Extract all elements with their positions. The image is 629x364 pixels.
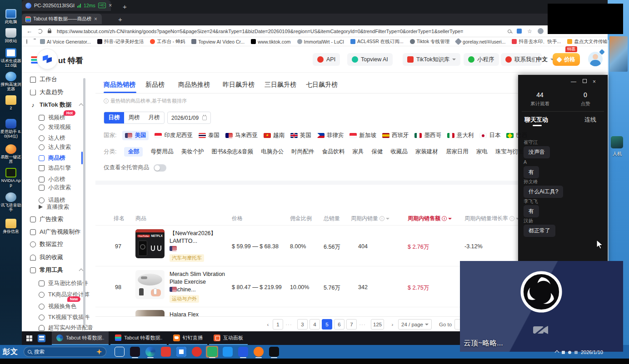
desktop-icon-nvidia-app[interactable]: NVIDIA App [0, 168, 22, 188]
nav-miniapp-button[interactable]: 小程序 [464, 53, 499, 66]
desktop-icon-sogou-browser[interactable]: 搜狗高速浏览器 [0, 72, 22, 92]
category-item[interactable]: 家具 [352, 148, 364, 156]
page-6[interactable]: 6 [334, 319, 344, 330]
new-session-icon[interactable]: + [123, 3, 127, 10]
tab-new-products[interactable]: 新品榜 [145, 81, 165, 89]
nav-api-button[interactable]: API [313, 53, 340, 66]
browser-tab[interactable]: Tabcut 特看数据——商品榜 × [22, 14, 102, 24]
date-picker[interactable]: 2026/01/09 [167, 112, 211, 124]
sidebar-item-creator-rank[interactable]: 达人榜 [39, 134, 65, 142]
country-it[interactable]: 意大利 [447, 132, 474, 139]
category-item[interactable]: 保健 [371, 148, 383, 156]
user-avatar[interactable] [588, 52, 603, 66]
tray-date[interactable]: 2026/1/10 [581, 349, 603, 355]
wps-app-icon[interactable] [161, 347, 171, 357]
bookmark-item[interactable]: ImmortalWrt - LuCI [297, 39, 344, 44]
period-weekly[interactable]: 周榜 [124, 112, 144, 123]
close-session-icon[interactable]: × [109, 3, 112, 8]
desktop-icon-aisi-assistant[interactable]: 爱思助手 8.0(64位) [0, 119, 22, 139]
nav-topview-button[interactable]: Topview AI [347, 53, 393, 66]
start-button[interactable] [26, 335, 32, 341]
tab-hot-sales[interactable]: 商品热销榜 [104, 81, 135, 89]
bookmark-item[interactable]: ACL4SSR 在线订阅... [350, 39, 404, 45]
tabcut-app-icon[interactable] [238, 347, 248, 357]
country-my[interactable]: 马来西亚 [225, 132, 258, 139]
sidebar-item-shop-search[interactable]: 小店搜索 [39, 183, 71, 192]
country-us[interactable]: 美国 [122, 131, 149, 140]
country-mx[interactable]: 墨西哥 [414, 132, 441, 139]
country-jp[interactable]: 日本 [479, 132, 500, 139]
side-panel-icon[interactable] [26, 39, 27, 44]
minimize-icon[interactable]: — [571, 79, 576, 84]
period-daily[interactable]: 日榜 [104, 112, 124, 123]
sidebar-item-product-rank[interactable]: 商品榜 [39, 154, 65, 162]
page-4[interactable]: 4 [310, 319, 320, 330]
url-text[interactable]: https://www.tabcut.com/zh-CN/ranking/goo… [57, 29, 502, 34]
desktop-icon-this-pc[interactable]: 此电脑 [0, 9, 22, 24]
sidebar-item-creator-search[interactable]: 达人搜索 [39, 143, 71, 151]
desktop-icon-identity-folder[interactable]: 身份信息 [0, 219, 22, 234]
tab-hot-promoted[interactable]: 商品热推榜 [178, 81, 210, 89]
category-item[interactable]: 图书&杂志&音频 [211, 148, 253, 156]
refresh-icon[interactable] [38, 29, 42, 34]
blue-app-icon[interactable] [223, 347, 233, 357]
logo-text[interactable]: ut 特看 [58, 55, 83, 66]
category-item[interactable]: 食品饮料 [322, 148, 344, 156]
category-item[interactable]: 母婴用品 [150, 148, 173, 156]
prev-page-icon[interactable]: ‹ [263, 319, 273, 330]
ime-icon[interactable] [574, 351, 578, 354]
find-icon[interactable] [508, 30, 511, 33]
maximize-icon[interactable] [583, 79, 587, 83]
country-id[interactable]: 印度尼西亚 [155, 132, 193, 139]
tab-chat[interactable]: 聊天互动 [524, 116, 548, 124]
category-all[interactable]: 全部 [124, 147, 143, 157]
sidebar-group-common-tools[interactable]: 常用工具 [30, 266, 83, 274]
taskbar-dingtalk-live[interactable]: 钉钉直播 [169, 331, 207, 345]
new-tab-icon[interactable]: + [118, 16, 122, 23]
sidebar-item-discover-video[interactable]: 发现视频 [39, 123, 71, 131]
product-title[interactable]: 【NewYear2026】LAMTTO... [170, 230, 233, 245]
volume-icon[interactable] [568, 351, 571, 354]
category-item[interactable]: 时尚配件 [291, 148, 314, 156]
desktop-icon-yishu-restore[interactable]: 易数一键还原 [0, 144, 22, 164]
product-image[interactable] [135, 270, 165, 299]
tab-yesterday-rising[interactable]: 昨日飙升榜 [223, 81, 255, 89]
sidebar-item-video-download[interactable]: TK视频下载插件 [39, 313, 90, 321]
category-item[interactable]: 收藏品 [390, 148, 408, 156]
page-ellipsis[interactable]: ··· [284, 319, 294, 330]
country-vn[interactable]: 越南 [264, 132, 285, 139]
bookmark-item[interactable]: gorelay.net/#/useri... [456, 39, 505, 44]
profile-avatar-icon[interactable] [538, 28, 544, 34]
bookmark-item[interactable]: AI Voice Generator... [40, 39, 91, 44]
tab-connect[interactable]: 连线 [584, 116, 596, 124]
category-item[interactable]: 居家日用 [446, 148, 469, 156]
col-growth[interactable]: 周期内销量增长率i [464, 215, 519, 222]
page-3[interactable]: 3 [297, 319, 308, 330]
extension-icon[interactable] [517, 29, 522, 34]
sidebar-item-workbench[interactable]: 工作台 [30, 75, 57, 84]
sidebar-item-product-engine[interactable]: 选品引擎 [39, 164, 71, 172]
tray-expand-icon[interactable] [555, 350, 559, 354]
tab-7day-rising[interactable]: 七日飙升榜 [306, 81, 338, 89]
close-icon[interactable]: × [593, 79, 596, 84]
sidebar-item-ad-search[interactable]: 广告搜索 [30, 215, 63, 223]
sidebar-item-live-search[interactable]: 直播搜索 [39, 203, 69, 211]
country-th[interactable]: 泰国 [199, 132, 220, 139]
page-ellipsis[interactable]: ··· [357, 319, 368, 330]
tab-3day-rising[interactable]: 三日飙升榜 [265, 81, 296, 89]
desktop-icon-renji[interactable] [611, 136, 623, 148]
country-gb[interactable]: 英国 [290, 132, 311, 139]
taskbar-tabcut-app[interactable]: Tabcut 特看数据... [110, 331, 167, 345]
bookmark-item[interactable]: 工作台 - 蝉妈 [150, 39, 185, 45]
task-view-icon[interactable] [115, 347, 125, 357]
taskbar-interactive-panel[interactable]: 互动面板 [209, 331, 248, 345]
page-size-select[interactable]: 24 / page [398, 319, 432, 330]
taskbar-search-box[interactable]: 搜索 [24, 347, 106, 357]
nav-knowledge-button[interactable]: TikTok知识库 [403, 53, 460, 66]
bookmark-item[interactable]: 抖音-记录美好生活 [97, 39, 144, 45]
bookmark-item[interactable]: Tiktok 专线管理 [410, 39, 450, 45]
country-sg[interactable]: 新加坡 [349, 132, 376, 139]
sidebar-item-video-rank[interactable]: 视频榜 [39, 113, 65, 122]
page-1[interactable]: 1 [273, 319, 283, 330]
bookmark-item[interactable]: 盘点大文件传输网... [567, 39, 608, 45]
